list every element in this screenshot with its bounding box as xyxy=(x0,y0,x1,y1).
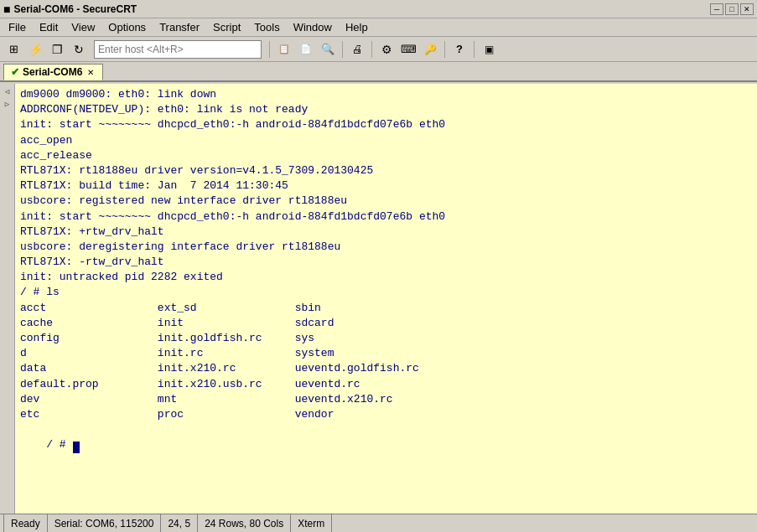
host-input[interactable] xyxy=(98,44,257,55)
terminal-area[interactable]: dm9000 dm9000: eth0: link down ADDRCONF(… xyxy=(15,84,757,514)
menu-options[interactable]: Options xyxy=(101,19,153,35)
left-icon-2[interactable]: ▷ xyxy=(2,98,13,110)
status-ready: Ready xyxy=(3,514,48,532)
tab-checkmark: ✔ xyxy=(11,66,19,78)
toolbar-separator-4 xyxy=(444,41,445,58)
key-button[interactable]: 🔑 xyxy=(420,40,440,59)
vt100-icon: ▣ xyxy=(485,44,494,55)
terminal-line-15: acct ext_sd sbin xyxy=(20,301,752,316)
print-icon: 🖨 xyxy=(352,43,363,55)
status-size: 24 Rows, 80 Cols xyxy=(198,514,291,532)
keyboard-button[interactable]: ⌨ xyxy=(398,40,418,59)
terminal-line-9: RTL871X: +rtw_drv_halt xyxy=(20,225,752,240)
terminal-line-12: init: untracked pid 2282 exited xyxy=(20,270,752,285)
status-terminal: Xterm xyxy=(291,514,332,532)
tab-bar: ✔ Serial-COM6 ✕ xyxy=(0,62,757,82)
paste-session-button[interactable]: 📋 xyxy=(274,40,294,59)
title-text: Serial-COM6 - SecureCRT xyxy=(13,3,137,15)
menu-edit[interactable]: Edit xyxy=(33,19,65,35)
title-icon: ■ xyxy=(3,3,10,16)
tab-close-button[interactable]: ✕ xyxy=(86,68,96,77)
terminal-line-10: usbcore: deregistering interface driver … xyxy=(20,240,752,255)
terminal-line-0: dm9000 dm9000: eth0: link down xyxy=(20,87,752,102)
terminal-line-22: etc proc vendor xyxy=(20,407,752,422)
lightning-button[interactable]: ⚡ xyxy=(25,40,45,59)
menu-script[interactable]: Script xyxy=(206,19,247,35)
status-bar: Ready Serial: COM6, 115200 24, 5 24 Rows… xyxy=(0,514,757,532)
terminal-line-19: data init.x210.rc ueventd.goldfish.rc xyxy=(20,361,752,376)
menu-window[interactable]: Window xyxy=(287,19,339,35)
terminal-line-18: d init.rc system xyxy=(20,346,752,361)
toolbar: ⊞ ⚡ ❐ ↻ 📋 📄 🔍 🖨 ⚙ ⌨ 🔑 ? ▣ xyxy=(0,37,757,62)
terminal-line-21: dev mnt ueventd.x210.rc xyxy=(20,392,752,407)
terminal-line-23: / # xyxy=(20,422,752,468)
terminal-line-17: config init.goldfish.rc sys xyxy=(20,331,752,346)
terminal-line-4: acc_release xyxy=(20,148,752,163)
tab-label: Serial-COM6 xyxy=(23,66,82,78)
terminal-line-3: acc_open xyxy=(20,133,752,148)
terminal-cursor xyxy=(73,442,80,453)
paste-tab-icon: 📄 xyxy=(300,44,312,54)
left-icon-1[interactable]: ◁ xyxy=(2,85,13,97)
terminal-line-20: default.prop init.x210.usb.rc ueventd.rc xyxy=(20,377,752,392)
keyboard-icon: ⌨ xyxy=(401,43,417,55)
toolbar-separator-5 xyxy=(474,41,474,58)
new-session-icon: ⊞ xyxy=(9,43,18,55)
terminal-line-14: / # ls xyxy=(20,285,752,300)
close-button[interactable]: ✕ xyxy=(740,3,754,15)
status-position: 24, 5 xyxy=(161,514,198,532)
maximize-button[interactable]: □ xyxy=(725,3,739,15)
terminal-line-1: ADDRCONF(NETDEV_UP): eth0: link is not r… xyxy=(20,102,752,117)
settings-icon: ⚙ xyxy=(381,43,392,56)
terminal-line-11: RTL871X: -rtw_drv_halt xyxy=(20,255,752,270)
find-button[interactable]: 🔍 xyxy=(318,40,338,59)
key-icon: 🔑 xyxy=(424,44,437,55)
menu-view[interactable]: View xyxy=(65,19,101,35)
menu-help[interactable]: Help xyxy=(339,19,375,35)
clone-icon: ❐ xyxy=(52,43,63,56)
host-input-container[interactable] xyxy=(94,40,262,59)
tab-serial-com6[interactable]: ✔ Serial-COM6 ✕ xyxy=(3,64,103,80)
terminal-line-8: init: start ~~~~~~~~ dhcpcd_eth0:-h andr… xyxy=(20,209,752,225)
print-button[interactable]: 🖨 xyxy=(347,40,367,59)
toolbar-separator-1 xyxy=(269,41,270,58)
terminal-line-7: usbcore: registered new interface driver… xyxy=(20,194,752,209)
reconnect-button[interactable]: ↻ xyxy=(69,40,89,59)
menu-transfer[interactable]: Transfer xyxy=(153,19,206,35)
settings-button[interactable]: ⚙ xyxy=(376,40,397,59)
paste-tab-button[interactable]: 📄 xyxy=(296,40,316,59)
reconnect-icon: ↻ xyxy=(74,43,84,56)
status-serial: Serial: COM6, 115200 xyxy=(48,514,162,532)
vt100-button[interactable]: ▣ xyxy=(479,40,499,59)
terminal-line-6: RTL871X: build time: Jan 7 2014 11:30:45 xyxy=(20,178,752,194)
terminal-line-16: cache init sdcard xyxy=(20,316,752,331)
minimize-button[interactable]: ─ xyxy=(710,3,723,15)
lightning-icon: ⚡ xyxy=(29,43,43,56)
terminal-line-5: RTL871X: rtl8188eu driver version=v4.1.5… xyxy=(20,163,752,178)
menu-tools[interactable]: Tools xyxy=(247,19,286,35)
menu-file[interactable]: File xyxy=(2,19,33,35)
title-bar: ■ Serial-COM6 - SecureCRT ─ □ ✕ xyxy=(0,0,757,18)
left-panel: ◁ ▷ xyxy=(0,84,15,515)
find-icon: 🔍 xyxy=(321,43,334,55)
prompt-text: / # xyxy=(46,438,72,451)
clone-session-button[interactable]: ❐ xyxy=(47,40,67,59)
toolbar-separator-3 xyxy=(371,41,372,58)
menu-bar: File Edit View Options Transfer Script T… xyxy=(0,18,757,37)
help-icon: ? xyxy=(456,43,463,55)
terminal-line-2: init: start ~~~~~~~~ dhcpcd_eth0:-h andr… xyxy=(20,117,752,132)
new-session-button[interactable]: ⊞ xyxy=(3,40,23,59)
help-button[interactable]: ? xyxy=(449,40,469,59)
paste-session-icon: 📋 xyxy=(278,44,290,54)
toolbar-separator-2 xyxy=(342,41,343,58)
